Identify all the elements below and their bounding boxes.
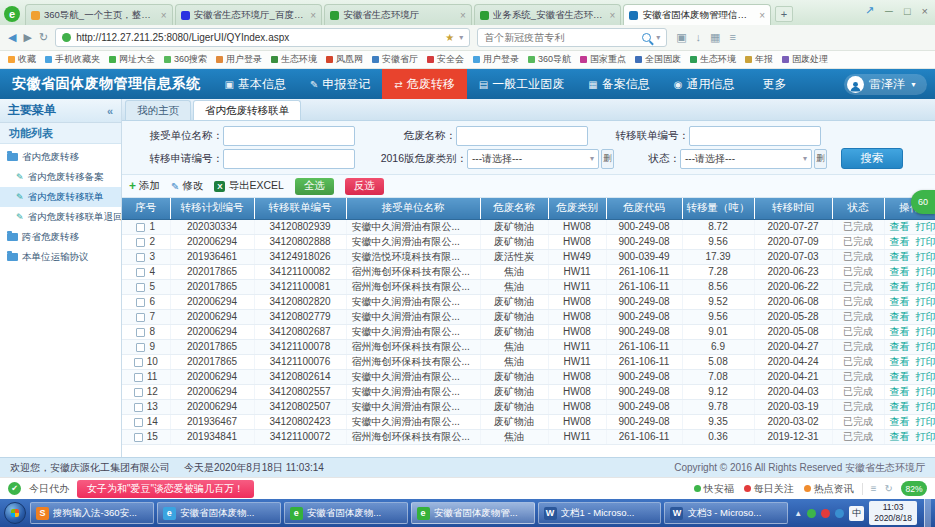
nav-item[interactable]: ▤ 一般工业固废 (467, 69, 576, 99)
row-checkbox[interactable] (136, 253, 145, 262)
sidebar-item[interactable]: ✎ 省内危废转移联单 (0, 187, 121, 207)
new-tab-button[interactable]: + (775, 6, 793, 22)
sidebar-item[interactable]: ✎ 跨省危废转移 (0, 227, 121, 247)
nav-item[interactable]: 更多 (746, 69, 798, 99)
view-link[interactable]: 查看 (890, 311, 910, 322)
view-link[interactable]: 查看 (890, 281, 910, 292)
bookmark-item[interactable]: 生态环境 (690, 53, 736, 66)
view-link[interactable]: 查看 (890, 341, 910, 352)
export-excel-button[interactable]: X 导出EXCEL (214, 179, 283, 193)
browser-logo-icon[interactable]: e (4, 6, 20, 22)
print-link[interactable]: 打印 (916, 236, 935, 247)
table-row[interactable]: 6 202006294 34120802820 安徽中久润滑油有限公... 废矿… (122, 294, 935, 309)
table-row[interactable]: 9 202017865 34121100078 宿州海创环保科技有限公... 焦… (122, 339, 935, 354)
column-header[interactable]: 危废类别 (548, 198, 606, 219)
nav-item[interactable]: ⇄ 危废转移 (382, 69, 466, 99)
column-header[interactable]: 转移计划编号 (170, 198, 254, 219)
print-link[interactable]: 打印 (916, 341, 935, 352)
taskbar-window-button[interactable]: W 文档1 - Microso... (538, 502, 662, 524)
forward-icon[interactable]: ▶ (23, 31, 31, 44)
sidebar-item[interactable]: ✎ 省内危废转移 (0, 147, 121, 167)
browser-search-box[interactable]: 首个新冠疫苗专利 ▾ (477, 28, 667, 47)
bookmark-item[interactable]: 用户登录 (216, 53, 262, 66)
table-row[interactable]: 12 202006294 34120802557 安徽中久润滑油有限公... 废… (122, 384, 935, 399)
share-icon[interactable]: ↗ (865, 4, 874, 17)
browser-tab[interactable]: 业务系统_安徽省生态环境厅 × (474, 4, 622, 25)
accelerator-ball[interactable]: 82% (901, 481, 927, 496)
ticker-link[interactable]: 快安福 (694, 482, 734, 496)
tab-close-icon[interactable]: × (759, 10, 765, 21)
print-link[interactable]: 打印 (916, 326, 935, 337)
ticker-link[interactable]: 每日关注 (744, 482, 794, 496)
nav-item[interactable]: ▦ 备案信息 (576, 69, 661, 99)
sidebar-item[interactable]: ✎ 省内危废转移联单退回 (0, 207, 121, 227)
table-row[interactable]: 10 202017865 34121100076 宿州海创环保科技有限公... … (122, 354, 935, 369)
column-header[interactable]: 转移联单编号 (254, 198, 346, 219)
bookmark-item[interactable]: 安全会 (427, 53, 464, 66)
taskbar-window-button[interactable]: e 安徽省固体废物管... (411, 502, 535, 524)
receiver-input[interactable] (223, 126, 355, 146)
column-header[interactable]: 转移时间 (754, 198, 832, 219)
print-link[interactable]: 打印 (916, 386, 935, 397)
search-button[interactable]: 搜索 (841, 148, 903, 169)
print-link[interactable]: 打印 (916, 296, 935, 307)
table-row[interactable]: 1 202030334 34120802939 安徽中久润滑油有限公... 废矿… (122, 219, 935, 234)
table-row[interactable]: 14 201936467 34120802423 安徽中久润滑油有限公... 废… (122, 414, 935, 429)
waste-name-input[interactable] (456, 126, 588, 146)
bookmark-item[interactable]: 手机收藏夹 (45, 53, 100, 66)
row-checkbox[interactable] (136, 223, 145, 232)
bookmark-star-icon[interactable]: ★ (445, 32, 454, 43)
print-link[interactable]: 打印 (916, 281, 935, 292)
show-desktop-button[interactable] (924, 499, 931, 527)
bookmark-item[interactable]: 固废处理 (782, 53, 828, 66)
bookmark-item[interactable]: 360搜索 (164, 53, 207, 66)
taskbar-window-button[interactable]: S 搜狗输入法-360安... (30, 502, 154, 524)
bookmark-item[interactable]: 360导航 (528, 53, 571, 66)
bookmark-item[interactable]: 用户登录 (473, 53, 519, 66)
floating-badge[interactable]: 60 (911, 190, 935, 214)
column-header[interactable]: 转移量（吨） (682, 198, 754, 219)
view-link[interactable]: 查看 (890, 356, 910, 367)
row-checkbox[interactable] (136, 268, 145, 277)
row-checkbox[interactable] (136, 328, 145, 337)
table-row[interactable]: 3 201936461 34124918026 安徽浩悦环境科技有限... 废活… (122, 249, 935, 264)
row-checkbox[interactable] (134, 433, 143, 442)
view-link[interactable]: 查看 (890, 326, 910, 337)
download-icon[interactable]: ↓ (696, 31, 702, 44)
tab-close-icon[interactable]: × (161, 10, 167, 21)
print-link[interactable]: 打印 (916, 266, 935, 277)
row-checkbox[interactable] (136, 343, 145, 352)
bookmark-item[interactable]: 安徽省厅 (372, 53, 418, 66)
tray-360-icon[interactable] (807, 509, 816, 518)
status-select[interactable]: ---请选择--- ▾ (680, 149, 812, 169)
row-checkbox[interactable] (134, 358, 143, 367)
table-row[interactable]: 8 202006294 34120802687 安徽中久润滑油有限公... 废矿… (122, 324, 935, 339)
bookmark-item[interactable]: 年报 (745, 53, 773, 66)
column-header[interactable]: 危废代码 (606, 198, 682, 219)
list-icon[interactable]: ≡ (871, 483, 877, 494)
user-menu[interactable]: 雷泽洋 ▼ (844, 74, 927, 95)
bookmark-item[interactable]: 凤凰网 (326, 53, 363, 66)
print-link[interactable]: 打印 (916, 251, 935, 262)
minimize-button[interactable]: ─ (885, 5, 893, 17)
bookmark-item[interactable]: 国家重点 (580, 53, 626, 66)
workspace-tab[interactable]: 省内危废转移联单 (193, 100, 301, 120)
view-link[interactable]: 查看 (890, 236, 910, 247)
table-row[interactable]: 4 202017865 34121100082 宿州海创环保科技有限公... 焦… (122, 264, 935, 279)
tray-security-icon[interactable] (821, 509, 830, 518)
row-checkbox[interactable] (134, 388, 143, 397)
maximize-button[interactable]: □ (904, 5, 911, 17)
waste-class-select[interactable]: ---请选择--- ▾ (467, 149, 599, 169)
print-link[interactable]: 打印 (916, 416, 935, 427)
sidebar-item[interactable]: ✎ 本单位运输协议 (0, 247, 121, 267)
taskbar-window-button[interactable]: e 安徽省固体废物... (284, 502, 408, 524)
table-row[interactable]: 2 202006294 34120802888 安徽中久润滑油有限公... 废矿… (122, 234, 935, 249)
refresh-icon[interactable]: ↻ (885, 483, 893, 494)
view-link[interactable]: 查看 (890, 371, 910, 382)
view-link[interactable]: 查看 (890, 266, 910, 277)
print-link[interactable]: 打印 (916, 371, 935, 382)
add-button[interactable]: + 添加 (129, 179, 160, 193)
bookmark-item[interactable]: 全国固废 (635, 53, 681, 66)
browser-tab[interactable]: 安徽省生态环境厅_百度搜索 × (175, 4, 323, 25)
start-button[interactable] (4, 502, 26, 524)
